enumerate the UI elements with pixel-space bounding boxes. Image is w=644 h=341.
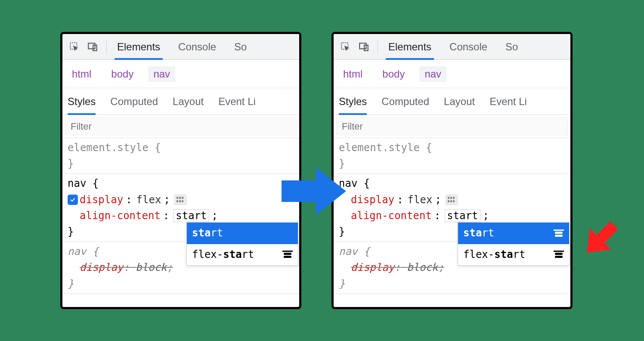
prop-display[interactable]: display: flex; (68, 192, 294, 208)
autocomplete-option-start[interactable]: start (458, 223, 569, 244)
prop-name-display: display (351, 192, 394, 208)
ac-match: sta (223, 248, 242, 260)
svg-rect-16 (450, 197, 452, 199)
value-editor[interactable]: start (445, 209, 480, 222)
ac-pre: flex- (463, 248, 494, 260)
rule-element-style[interactable]: element.style { } (62, 138, 299, 174)
tab-sources-cut[interactable]: So (232, 34, 249, 59)
crumb-html[interactable]: html (338, 66, 368, 82)
inspect-icon[interactable] (340, 41, 352, 53)
prop-val-flex: flex (408, 192, 433, 208)
autocomplete-option-flex-start[interactable]: flex-start (187, 244, 298, 265)
selector-nav: nav { (339, 176, 565, 192)
brace-close: } (339, 276, 565, 292)
svg-rect-17 (453, 197, 455, 199)
crumb-body[interactable]: body (106, 66, 139, 82)
align-content-start-icon (282, 251, 293, 258)
prop-name-display: display (80, 192, 123, 208)
breadcrumb: html body nav (334, 60, 570, 88)
tab-console[interactable]: Console (176, 34, 219, 59)
subtab-computed[interactable]: Computed (381, 88, 429, 115)
subtab-styles[interactable]: Styles (339, 89, 367, 115)
annotation-arrow-icon (577, 215, 624, 263)
checkbox-icon[interactable] (68, 195, 78, 205)
prop-align-content[interactable]: align-content: start; (339, 208, 565, 224)
tab-elements[interactable]: Elements (115, 34, 163, 60)
tab-elements[interactable]: Elements (386, 34, 434, 60)
value-editor[interactable]: start (173, 209, 209, 222)
rule-nav[interactable]: nav { display: flex; align-content: star… (62, 174, 299, 242)
svg-rect-8 (182, 200, 183, 202)
ac-rest: rt (482, 227, 494, 239)
selector-element-style: element.style { (339, 140, 565, 156)
flex-editor-icon[interactable] (446, 195, 458, 205)
svg-rect-9 (282, 251, 293, 252)
svg-rect-21 (554, 229, 564, 231)
svg-rect-26 (555, 256, 563, 258)
subtab-computed[interactable]: Computed (110, 88, 158, 115)
flex-editor-icon[interactable] (174, 195, 186, 205)
devtools-panel-after: Elements Console So html body nav Styles… (331, 32, 573, 309)
align-content-start-icon (554, 229, 564, 237)
subtab-event-cut[interactable]: Event Li (489, 88, 527, 115)
devtools-toolbar: Elements Console So (334, 34, 570, 60)
devtools-panel-before: Elements Console So html body nav Styles… (60, 32, 301, 309)
subtab-layout[interactable]: Layout (444, 88, 475, 115)
toolbar-divider (106, 40, 107, 53)
rule-nav[interactable]: nav { display: flex; align-content: star… (334, 174, 570, 242)
rule-element-style[interactable]: element.style { } (334, 138, 570, 174)
selector-nav: nav { (68, 176, 294, 192)
svg-rect-11 (284, 256, 291, 258)
svg-rect-4 (179, 197, 181, 199)
colon: : (434, 208, 440, 224)
ac-rest: rt (242, 248, 254, 260)
svg-rect-20 (453, 200, 455, 202)
svg-rect-1 (88, 43, 95, 49)
colon: : (126, 192, 132, 208)
prop-name-display-ua: display (351, 261, 394, 273)
svg-rect-13 (359, 43, 366, 49)
prop-display[interactable]: display: flex; (339, 192, 565, 208)
autocomplete-dropdown: start flex-start (458, 222, 570, 265)
svg-rect-23 (555, 235, 563, 237)
colon: : (163, 208, 169, 224)
selector-element-style: element.style { (68, 140, 294, 156)
crumb-html[interactable]: html (67, 66, 96, 82)
filter-box (62, 115, 299, 138)
inspect-icon[interactable] (68, 41, 80, 53)
crumb-body[interactable]: body (377, 66, 410, 82)
svg-rect-5 (182, 197, 183, 199)
tab-sources-cut[interactable]: So (503, 34, 520, 59)
css-rules: element.style { } nav { display: flex; a… (62, 138, 299, 294)
ac-match: sta (494, 248, 513, 260)
semi: ; (435, 192, 441, 208)
svg-rect-10 (284, 253, 291, 255)
prop-val-block: block (136, 261, 167, 273)
filter-box (334, 115, 570, 138)
styles-subtabs: Styles Computed Layout Event Li (334, 88, 570, 115)
filter-input[interactable] (65, 118, 297, 135)
autocomplete-option-start[interactable]: start (187, 223, 298, 244)
ac-match: sta (192, 227, 211, 239)
prop-name-display-ua: display (80, 261, 123, 273)
prop-align-content[interactable]: align-content: start; (68, 208, 294, 224)
toolbar-divider (378, 40, 378, 53)
align-content-start-icon (554, 251, 564, 258)
subtab-layout[interactable]: Layout (173, 88, 204, 115)
subtab-styles[interactable]: Styles (68, 89, 96, 115)
crumb-nav[interactable]: nav (419, 66, 446, 82)
svg-rect-15 (448, 197, 449, 199)
svg-rect-18 (448, 200, 449, 202)
filter-input[interactable] (336, 118, 568, 135)
autocomplete-option-flex-start[interactable]: flex-start (458, 244, 569, 265)
device-toggle-icon[interactable] (358, 41, 370, 53)
svg-rect-19 (450, 200, 452, 202)
device-toggle-icon[interactable] (87, 41, 99, 53)
autocomplete-dropdown: start flex-start (186, 222, 298, 265)
prop-val-block: block (407, 261, 438, 273)
subtab-event-cut[interactable]: Event Li (218, 88, 256, 115)
crumb-nav[interactable]: nav (148, 66, 175, 82)
tab-console[interactable]: Console (447, 34, 490, 59)
semi: ; (164, 192, 170, 208)
styles-subtabs: Styles Computed Layout Event Li (62, 88, 299, 115)
